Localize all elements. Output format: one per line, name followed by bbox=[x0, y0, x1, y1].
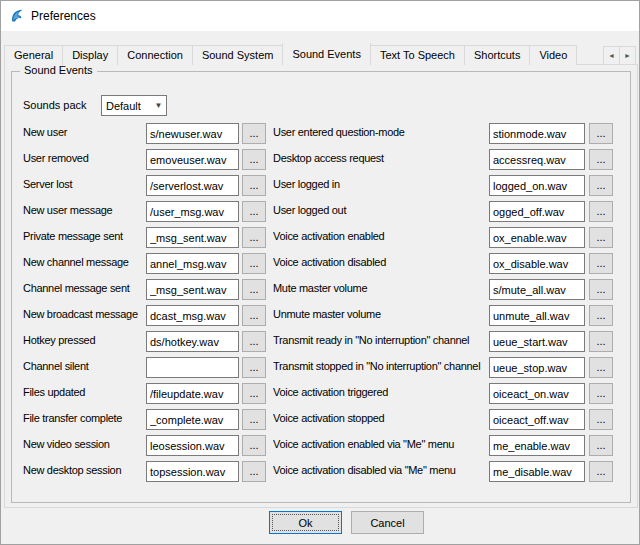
sound-event-label: Hotkey pressed bbox=[23, 334, 144, 346]
sounds-pack-selected-value: Default bbox=[102, 100, 151, 112]
browse-button[interactable]: ... bbox=[589, 383, 613, 404]
sound-file-input[interactable] bbox=[146, 461, 239, 482]
sound-event-row: New broadcast message ... Unmute master … bbox=[1, 305, 640, 331]
sound-file-input[interactable] bbox=[146, 409, 239, 430]
sound-file-input[interactable] bbox=[146, 175, 239, 196]
sound-file-input[interactable] bbox=[146, 435, 239, 456]
browse-button[interactable]: ... bbox=[242, 461, 266, 482]
tab-sound-events[interactable]: Sound Events bbox=[282, 43, 371, 65]
browse-button[interactable]: ... bbox=[242, 305, 266, 326]
groupbox-title: Sound Events bbox=[20, 64, 97, 76]
browse-button[interactable]: ... bbox=[589, 331, 613, 352]
sound-file-input[interactable] bbox=[146, 149, 239, 170]
sound-file-input[interactable] bbox=[146, 123, 239, 144]
browse-button[interactable]: ... bbox=[589, 461, 613, 482]
browse-button[interactable]: ... bbox=[242, 357, 266, 378]
sound-file-input[interactable] bbox=[146, 253, 239, 274]
sound-event-row: Channel silent ... Transmit stopped in "… bbox=[1, 357, 640, 383]
sound-event-label: Private message sent bbox=[23, 230, 144, 242]
sound-file-input[interactable] bbox=[489, 409, 585, 430]
tab-sound-system[interactable]: Sound System bbox=[192, 45, 284, 65]
tab-scroll-right-button[interactable]: ► bbox=[619, 46, 636, 65]
tab-video[interactable]: Video bbox=[529, 45, 577, 65]
sound-event-label: New desktop session bbox=[23, 464, 144, 476]
sound-event-label: Voice activation enabled bbox=[273, 230, 487, 242]
sound-event-label: Voice activation disabled via "Me" menu bbox=[273, 464, 487, 476]
sound-event-row: New video session ... Voice activation e… bbox=[1, 435, 640, 461]
sound-event-label: Channel message sent bbox=[23, 282, 144, 294]
sound-event-label: Unmute master volume bbox=[273, 308, 487, 320]
sound-file-input[interactable] bbox=[489, 279, 585, 300]
sound-file-input[interactable] bbox=[146, 201, 239, 222]
sound-event-row: File transfer complete ... Voice activat… bbox=[1, 409, 640, 435]
tab-shortcuts[interactable]: Shortcuts bbox=[464, 45, 530, 65]
sound-file-input[interactable] bbox=[146, 279, 239, 300]
browse-button[interactable]: ... bbox=[589, 175, 613, 196]
browse-button[interactable]: ... bbox=[589, 435, 613, 456]
browse-button[interactable]: ... bbox=[589, 227, 613, 248]
browse-button[interactable]: ... bbox=[242, 279, 266, 300]
sound-file-input[interactable] bbox=[489, 253, 585, 274]
sound-file-input[interactable] bbox=[489, 305, 585, 326]
sound-file-input[interactable] bbox=[146, 227, 239, 248]
sound-file-input[interactable] bbox=[146, 305, 239, 326]
tab-connection[interactable]: Connection bbox=[117, 45, 193, 65]
browse-button[interactable]: ... bbox=[242, 253, 266, 274]
sounds-pack-select[interactable]: Default ▼ bbox=[101, 95, 167, 116]
browse-button[interactable]: ... bbox=[589, 357, 613, 378]
sound-event-label: Voice activation disabled bbox=[273, 256, 487, 268]
sound-event-label: File transfer complete bbox=[23, 412, 144, 424]
sound-file-input[interactable] bbox=[146, 357, 239, 378]
sound-event-label: Desktop access request bbox=[273, 152, 487, 164]
sound-event-label: Channel silent bbox=[23, 360, 144, 372]
sound-file-input[interactable] bbox=[489, 435, 585, 456]
ok-button[interactable]: Ok bbox=[269, 511, 342, 534]
browse-button[interactable]: ... bbox=[589, 123, 613, 144]
sound-file-input[interactable] bbox=[489, 175, 585, 196]
sound-file-input[interactable] bbox=[489, 201, 585, 222]
tab-scrollers: ◄ ► bbox=[604, 46, 636, 65]
sound-file-input[interactable] bbox=[489, 227, 585, 248]
browse-button[interactable]: ... bbox=[589, 253, 613, 274]
cancel-button[interactable]: Cancel bbox=[351, 511, 424, 534]
chevron-down-icon: ▼ bbox=[151, 101, 166, 110]
sound-file-input[interactable] bbox=[489, 149, 585, 170]
sound-file-input[interactable] bbox=[489, 383, 585, 404]
sound-event-row: New user ... User entered question-mode … bbox=[1, 123, 640, 149]
tab-scroll-left-button[interactable]: ◄ bbox=[603, 46, 620, 65]
sound-event-label: Voice activation enabled via "Me" menu bbox=[273, 438, 487, 450]
sound-event-label: Server lost bbox=[23, 178, 144, 190]
sound-event-row: Server lost ... User logged in ... bbox=[1, 175, 640, 201]
title-bar: Preferences bbox=[1, 1, 639, 31]
tab-general[interactable]: General bbox=[4, 45, 63, 65]
sound-event-label: New broadcast message bbox=[23, 308, 144, 320]
browse-button[interactable]: ... bbox=[242, 123, 266, 144]
browse-button[interactable]: ... bbox=[242, 149, 266, 170]
sound-file-input[interactable] bbox=[489, 331, 585, 352]
sound-event-row: New user message ... User logged out ... bbox=[1, 201, 640, 227]
tab-text-to-speech[interactable]: Text To Speech bbox=[370, 45, 465, 65]
browse-button[interactable]: ... bbox=[242, 175, 266, 196]
browse-button[interactable]: ... bbox=[242, 227, 266, 248]
sound-event-label: User removed bbox=[23, 152, 144, 164]
browse-button[interactable]: ... bbox=[589, 409, 613, 430]
browse-button[interactable]: ... bbox=[589, 149, 613, 170]
sound-file-input[interactable] bbox=[489, 461, 585, 482]
browse-button[interactable]: ... bbox=[242, 331, 266, 352]
browse-button[interactable]: ... bbox=[589, 279, 613, 300]
sounds-pack-label: Sounds pack bbox=[23, 99, 87, 111]
browse-button[interactable]: ... bbox=[242, 383, 266, 404]
sound-file-input[interactable] bbox=[146, 383, 239, 404]
browse-button[interactable]: ... bbox=[242, 409, 266, 430]
sound-event-row: Files updated ... Voice activation trigg… bbox=[1, 383, 640, 409]
sound-file-input[interactable] bbox=[489, 357, 585, 378]
sound-file-input[interactable] bbox=[146, 331, 239, 352]
browse-button[interactable]: ... bbox=[589, 305, 613, 326]
browse-button[interactable]: ... bbox=[242, 201, 266, 222]
sound-event-label: Transmit ready in "No interruption" chan… bbox=[273, 334, 487, 346]
browse-button[interactable]: ... bbox=[242, 435, 266, 456]
sound-event-label: New channel message bbox=[23, 256, 144, 268]
sound-file-input[interactable] bbox=[489, 123, 585, 144]
tab-display[interactable]: Display bbox=[62, 45, 118, 65]
browse-button[interactable]: ... bbox=[589, 201, 613, 222]
